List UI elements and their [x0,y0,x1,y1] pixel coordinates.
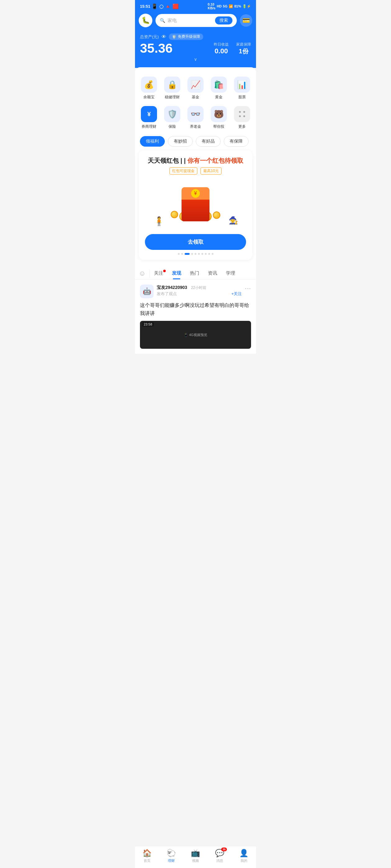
grid-item-pension[interactable]: 👓 养老金 [184,103,207,132]
fund-icon: 📈 [188,76,203,93]
main-card: 💰 余额宝 🔒 稳健理财 📈 基金 🛍️ 黄金 📊 股票 ¥ 券商理财 🛡️ 保… [135,67,256,356]
status-bar: 15:51 📱 ◌ 🔺 🟥 0.10KB/s HD 5G 📶 81% 🔋⚡ [135,0,256,11]
search-button[interactable]: 搜索 [215,17,232,25]
feed-username[interactable]: 宝友294220903 [157,285,187,290]
search-icon: 🔍 [160,18,165,23]
banner-illustration: 🧍 ¥ ¥ ¥ ¥ 🧙 [145,180,246,229]
feed-action: 发布了观点 +关注 [157,291,242,297]
status-left: 15:51 📱 ◌ 🔺 🟥 [140,3,179,9]
expand-arrow[interactable]: ∨ [140,57,251,62]
grid-item-broker[interactable]: ¥ 券商理财 [137,103,161,132]
assets-main-value-wrap: 35.36 [140,41,172,56]
pension-icon: 👓 [188,106,203,122]
tab-fuili[interactable]: 领福利 [140,136,165,147]
svg-point-0 [239,111,241,113]
grid-item-stock[interactable]: 📊 股票 [230,73,254,103]
feed-avatar[interactable]: 🤖 [140,285,153,298]
banner-title-normal: 天天领红包 | | [148,157,188,164]
product-grid: 💰 余额宝 🔒 稳健理财 📈 基金 🛍️ 黄金 📊 股票 ¥ 券商理财 🛡️ 保… [135,73,256,132]
wallet-button[interactable]: 💳 [240,14,252,27]
grid-item-more[interactable]: 更多 [230,103,254,132]
stock-label: 股票 [238,95,246,100]
status-hd: HD [217,4,222,8]
status-app-icons: 📱 ◌ 🔺 🟥 [151,3,178,9]
grid-item-stable[interactable]: 🔒 稳健理财 [161,73,184,103]
content-tabs: ☺ 关注 发现 热门 资讯 学理 [135,264,256,280]
feed-preview-label: 📱 4G视频预览 [184,333,207,337]
family-value: 1份 [236,47,251,56]
tab-learn[interactable]: 学理 [222,267,240,279]
svg-point-1 [243,111,245,113]
coin-5 [213,211,220,219]
tab-discover[interactable]: 发现 [168,267,186,279]
tab-haopin[interactable]: 有好品 [196,136,221,147]
yesterday-label: 昨日收益 [214,42,229,47]
header: 🐛 🔍 家电 搜索 💳 [135,11,256,31]
banner-badges: 红包可提现金 最高10元 [145,167,246,175]
stock-icon: 📊 [234,76,250,93]
dot-5 [195,253,196,255]
badge-cash: 红包可提现金 [169,167,197,175]
tab-follow[interactable]: 关注 [149,267,168,279]
feed-more-btn[interactable]: ··· [245,285,251,292]
feed-meta: 宝友294220903 22小时前 发布了观点 +关注 [157,285,242,297]
upgrade-badge[interactable]: 🛡️ 免费升级保障 [169,33,203,40]
follow-notification-dot [163,270,166,272]
person-left-icon: 🧍 [153,216,162,228]
status-data: 0.10KB/s [207,2,215,10]
status-battery: 81% [234,4,241,8]
banner-title-red: 你有一个红包待领取 [188,157,243,164]
person-right-icon: 🧙 [229,216,238,228]
status-charging: 🔋⚡ [242,4,251,8]
feed-content: 这个哥哥们能赚多少啊没玩过希望有明白的哥哥给我讲讲 [140,301,251,317]
insurance-icon: 🛡️ [164,106,180,122]
broker-label: 券商理财 [141,124,157,129]
envelope-top: ¥ [181,187,210,199]
feed-item: 🤖 宝友294220903 22小时前 发布了观点 +关注 ··· 这个哥哥们能… [135,280,256,356]
red-envelope: ¥ [181,187,210,221]
more-icon [234,106,250,122]
assets-top-row: 总资产(元) 👁 🛡️ 免费升级保障 [140,33,251,40]
dot-6 [198,253,200,255]
grid-item-insurance[interactable]: 🛡️ 保险 [161,103,184,132]
status-time: 15:51 [140,4,150,9]
banner-title: 天天领红包 | | 你有一个红包待领取 [145,157,246,165]
gold-icon: 🛍️ [211,76,227,93]
banner-card: 天天领红包 | | 你有一个红包待领取 红包可提现金 最高10元 🧍 ¥ ¥ ¥ [139,150,252,260]
search-input-placeholder[interactable]: 家电 [168,18,213,24]
broker-icon: ¥ [141,106,157,122]
assets-side: 昨日收益 0.00 家庭保障 1份 [214,42,251,56]
feed-follow-btn[interactable]: +关注 [231,291,242,297]
assets-label: 总资产(元) [140,34,159,40]
tab-news[interactable]: 资讯 [203,267,222,279]
dot-2 [181,253,183,255]
smiley-icon[interactable]: ☺ [135,269,149,277]
pension-label: 养老金 [190,124,201,129]
grid-item-yuebao[interactable]: 💰 余额宝 [137,73,161,103]
dot-10 [212,253,214,255]
claim-button[interactable]: 去领取 [145,234,246,250]
helper-icon: 🐻 [211,106,227,122]
feed-time: 22小时前 [191,285,206,290]
tab-baozhang[interactable]: 有保障 [224,136,249,147]
yesterday-value: 0.00 [214,47,229,55]
product-tabs: 领福利 有妙招 有好品 有保障 [135,132,256,150]
feed-header: 🤖 宝友294220903 22小时前 发布了观点 +关注 ··· [140,285,251,298]
status-right: 0.10KB/s HD 5G 📶 81% 🔋⚡ [207,2,251,10]
search-bar[interactable]: 🔍 家电 搜索 [156,14,237,27]
app-logo[interactable]: 🐛 [139,13,152,27]
tab-hot[interactable]: 热门 [186,267,203,279]
stable-icon: 🔒 [164,76,180,93]
status-signal: 5G [223,4,227,8]
grid-item-helper[interactable]: 🐻 帮你投 [207,103,230,132]
dot-9 [208,253,210,255]
feed-media-preview[interactable]: 23:58 📱 4G视频预览 [140,321,251,349]
grid-item-gold[interactable]: 🛍️ 黄金 [207,73,230,103]
assets-main-row: 35.36 昨日收益 0.00 家庭保障 1份 [140,41,251,56]
grid-item-fund[interactable]: 📈 基金 [184,73,207,103]
eye-icon[interactable]: 👁 [161,34,166,40]
yesterday-income: 昨日收益 0.00 [214,42,229,56]
dot-4 [191,253,193,255]
tab-miaozao[interactable]: 有妙招 [168,136,193,147]
dots-indicator [145,253,246,255]
